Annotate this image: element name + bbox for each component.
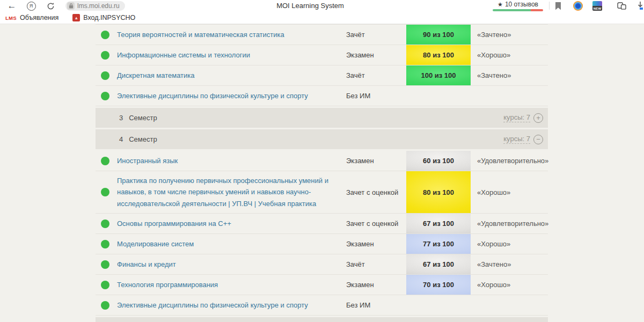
rating-bar: [493, 9, 543, 11]
score-badge: 77 из 100: [406, 234, 471, 254]
semester-row[interactable]: 4Семестркурсы: 7−: [96, 129, 548, 149]
semester-row[interactable]: 5Семестркурсы: 8+: [96, 317, 548, 322]
browser-chrome: ← Я lms.moi.edu.ru MOI Learning System ★…: [0, 0, 644, 24]
status-dot-icon: [101, 71, 109, 80]
table-row: Информационные системы и технологииЭкзам…: [96, 45, 548, 65]
control-type-label: Зачёт: [346, 65, 406, 85]
status-dot-icon: [101, 301, 109, 310]
table-row: Моделирование системЭкзамен77 из 100«Хор…: [96, 234, 548, 254]
status-dot-icon: [101, 157, 109, 165]
star-icon: ★: [497, 1, 503, 8]
score-cell: 90 из 100: [406, 25, 471, 45]
bookmark-item-login[interactable]: ▲ Вход.INPSYCHO: [72, 14, 135, 21]
new-extension-art: [592, 1, 602, 6]
course-link[interactable]: Моделирование систем: [117, 234, 346, 254]
score-badge: 80 из 100: [406, 45, 471, 65]
course-link[interactable]: Элективные дисциплины по физической куль…: [117, 86, 346, 106]
grade-label: «Удовлетворительно»: [471, 151, 548, 171]
course-link[interactable]: Информационные системы и технологии: [117, 45, 346, 65]
bookmark-flag-icon[interactable]: [553, 1, 564, 11]
score-cell: 80 из 100: [406, 171, 471, 213]
table-row: Иностранный языкЭкзамен60 из 100«Удовлет…: [96, 151, 548, 171]
grade-label: «Хорошо»: [471, 171, 548, 213]
table-row: Технология программированияЭкзамен70 из …: [96, 275, 548, 295]
extension-icon[interactable]: [573, 1, 583, 11]
course-link[interactable]: Основы программирования на C++: [117, 214, 346, 233]
semester-label: Семестр: [129, 135, 157, 143]
reviews-count-label: 10 отзывов: [505, 1, 538, 8]
collapse-minus-icon[interactable]: −: [533, 135, 543, 144]
semester-controls: курсы: 7−: [503, 135, 543, 144]
courses-count-link[interactable]: курсы: 7: [503, 135, 530, 144]
grade-label: «Зачтено»: [471, 254, 548, 274]
status-cell: [96, 45, 117, 65]
yandex-letter: Я: [27, 2, 36, 11]
tab-groups-icon[interactable]: [616, 1, 627, 11]
new-extension-icon[interactable]: NEW: [592, 1, 602, 11]
course-link[interactable]: Теория вероятностей и математическая ста…: [117, 25, 346, 45]
bookmark-item-announcements[interactable]: LMS Объявления: [5, 14, 58, 21]
status-dot-icon: [101, 188, 109, 196]
table-row: Основы программирования на C++Зачет с оц…: [96, 214, 548, 234]
status-dot-icon: [101, 219, 109, 228]
download-icon[interactable]: [635, 1, 644, 11]
control-type-label: Зачёт: [346, 254, 406, 274]
yandex-search-icon[interactable]: Я: [26, 1, 36, 11]
course-link[interactable]: Иностранный язык: [117, 151, 346, 171]
score-badge: 90 из 100: [406, 25, 471, 45]
status-dot-icon: [101, 260, 109, 269]
grades-table: Теория вероятностей и математическая ста…: [96, 24, 548, 322]
university-favicon: ▲: [72, 14, 80, 21]
course-link[interactable]: Практика по получению первичных професси…: [117, 171, 346, 213]
rating-bar-negative: [531, 9, 543, 11]
control-type-label: Экзамен: [346, 151, 406, 171]
control-type-label: Зачет с оценкой: [346, 171, 406, 213]
address-bar[interactable]: lms.moi.edu.ru: [65, 1, 125, 11]
score-cell: 60 из 100: [406, 151, 471, 171]
table-row: Элективные дисциплины по физической куль…: [96, 86, 548, 106]
score-cell: [406, 86, 471, 106]
score-cell: 80 из 100: [406, 45, 471, 65]
status-cell: [96, 86, 117, 106]
course-link[interactable]: Технология программирования: [117, 275, 346, 295]
table-row: Теория вероятностей и математическая ста…: [96, 25, 548, 45]
expand-plus-icon[interactable]: +: [533, 113, 543, 123]
control-type-label: Экзамен: [346, 234, 406, 254]
reviews-widget[interactable]: ★ 10 отзывов: [493, 1, 543, 11]
courses-count-link[interactable]: курсы: 7: [503, 113, 530, 122]
score-cell: 67 из 100: [406, 214, 471, 233]
grade-label: [471, 86, 548, 106]
semester-controls: курсы: 7+: [503, 113, 543, 123]
control-type-label: Без ИМ: [346, 86, 406, 106]
lock-icon[interactable]: [67, 2, 75, 10]
grade-label: «Зачтено»: [471, 65, 548, 85]
grade-label: «Хорошо»: [471, 275, 548, 295]
course-link[interactable]: Элективные дисциплины по физической куль…: [117, 295, 346, 315]
new-badge: NEW: [592, 6, 602, 11]
semester-row[interactable]: 3Семестркурсы: 7+: [96, 108, 548, 128]
status-cell: [96, 65, 117, 85]
status-cell: [96, 151, 117, 171]
back-icon[interactable]: ←: [6, 1, 17, 11]
browser-toolbar: ← Я lms.moi.edu.ru MOI Learning System ★…: [0, 0, 644, 12]
course-link[interactable]: Дискретная математика: [117, 65, 346, 85]
refresh-icon[interactable]: [45, 1, 56, 11]
grade-label: «Хорошо»: [471, 45, 548, 65]
status-dot-icon: [101, 281, 109, 289]
semester-label: Семестр: [129, 114, 157, 122]
score-cell: 70 из 100: [406, 275, 471, 295]
status-dot-icon: [101, 31, 109, 39]
url-text[interactable]: lms.moi.edu.ru: [77, 2, 120, 10]
score-cell: 100 из 100: [406, 65, 471, 85]
grade-label: «Удовлетворительно»: [471, 214, 548, 233]
course-link[interactable]: Финансы и кредит: [117, 254, 346, 274]
bookmarks-bar: LMS Объявления ▲ Вход.INPSYCHO: [0, 12, 644, 24]
score-badge: 70 из 100: [406, 275, 471, 295]
status-cell: [96, 25, 117, 45]
table-row: Финансы и кредитЗачёт67 из 100«Зачтено»: [96, 254, 548, 275]
control-type-label: Без ИМ: [346, 295, 406, 315]
status-cell: [96, 295, 117, 315]
score-badge: 100 из 100: [406, 65, 471, 85]
grade-label: «Хорошо»: [471, 234, 548, 254]
score-badge: 60 из 100: [406, 151, 471, 171]
